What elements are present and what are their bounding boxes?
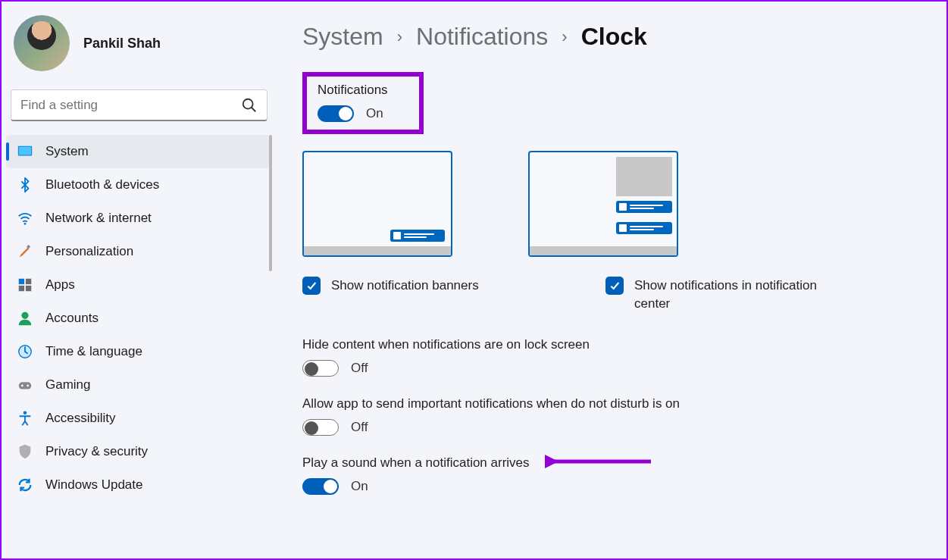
svg-rect-7 bbox=[26, 279, 31, 284]
svg-line-1 bbox=[252, 107, 256, 111]
notifications-master-state: On bbox=[366, 106, 383, 121]
sidebar-item-label: Accounts bbox=[45, 311, 99, 326]
search-icon bbox=[241, 97, 258, 114]
svg-point-4 bbox=[24, 223, 27, 225]
sidebar-item-accessibility[interactable]: Accessibility bbox=[6, 402, 269, 435]
svg-point-14 bbox=[27, 385, 29, 387]
svg-point-10 bbox=[21, 312, 28, 319]
svg-rect-6 bbox=[19, 279, 24, 284]
svg-point-0 bbox=[243, 99, 253, 108]
hide-lock-toggle[interactable] bbox=[302, 360, 339, 377]
sidebar-item-accounts[interactable]: Accounts bbox=[6, 302, 269, 335]
breadcrumb-notifications[interactable]: Notifications bbox=[416, 23, 548, 51]
dnd-important-label: Allow app to send important notification… bbox=[302, 396, 931, 411]
search-box[interactable] bbox=[11, 89, 268, 121]
sidebar-item-label: Windows Update bbox=[45, 477, 143, 493]
profile-name: Pankil Shah bbox=[83, 36, 161, 52]
chevron-right-icon: › bbox=[562, 27, 567, 47]
chevron-right-icon: › bbox=[397, 27, 402, 47]
preview-banner[interactable] bbox=[302, 151, 452, 257]
hide-lock-state: Off bbox=[351, 361, 368, 376]
sidebar-item-network[interactable]: Network & internet bbox=[6, 202, 269, 235]
apps-icon bbox=[17, 277, 33, 293]
show-banners-checkbox[interactable] bbox=[302, 277, 321, 295]
sidebar-item-label: Personalization bbox=[45, 244, 133, 259]
breadcrumb: System › Notifications › Clock bbox=[302, 23, 931, 51]
show-center-label: Show notifications in notification cente… bbox=[634, 277, 833, 313]
sidebar-item-label: Gaming bbox=[45, 377, 91, 393]
sidebar-item-apps[interactable]: Apps bbox=[6, 268, 269, 302]
sidebar-item-label: System bbox=[45, 144, 89, 159]
svg-rect-5 bbox=[27, 245, 30, 249]
show-banners-label: Show notification banners bbox=[331, 277, 479, 295]
sidebar-item-label: Time & language bbox=[45, 344, 142, 359]
notifications-master-toggle[interactable] bbox=[318, 105, 354, 122]
wifi-icon bbox=[17, 210, 33, 227]
avatar bbox=[14, 15, 70, 71]
gamepad-icon bbox=[17, 377, 33, 393]
breadcrumb-system[interactable]: System bbox=[302, 23, 383, 51]
svg-point-15 bbox=[23, 411, 27, 415]
sidebar-item-windows-update[interactable]: Windows Update bbox=[6, 468, 269, 502]
sidebar-item-gaming[interactable]: Gaming bbox=[6, 368, 269, 402]
preview-notification-center[interactable] bbox=[528, 151, 678, 257]
play-sound-toggle[interactable] bbox=[302, 478, 339, 495]
svg-point-13 bbox=[21, 385, 23, 387]
toast-icon bbox=[616, 222, 672, 234]
sidebar-item-bluetooth[interactable]: Bluetooth & devices bbox=[6, 168, 269, 202]
toast-icon bbox=[390, 230, 445, 242]
clock-globe-icon bbox=[17, 343, 33, 360]
nav-scrollbar-thumb[interactable] bbox=[269, 135, 272, 271]
annotation-highlight: Notifications On bbox=[302, 72, 424, 134]
toast-icon bbox=[616, 201, 672, 213]
bluetooth-icon bbox=[17, 177, 33, 193]
notifications-heading: Notifications bbox=[318, 83, 405, 98]
sidebar: Pankil Shah System Bluetooth & devices N… bbox=[2, 2, 277, 558]
search-input[interactable] bbox=[20, 98, 241, 113]
nav-list: System Bluetooth & devices Network & int… bbox=[6, 135, 272, 558]
accessibility-icon bbox=[17, 410, 33, 427]
sidebar-item-label: Accessibility bbox=[45, 411, 116, 426]
sidebar-item-label: Privacy & security bbox=[45, 444, 148, 459]
show-center-checkbox[interactable] bbox=[605, 277, 624, 295]
sidebar-item-label: Network & internet bbox=[45, 211, 152, 226]
update-icon bbox=[17, 477, 33, 493]
svg-rect-12 bbox=[19, 382, 32, 389]
display-icon bbox=[17, 143, 33, 160]
sidebar-item-time-language[interactable]: Time & language bbox=[6, 335, 269, 368]
brush-icon bbox=[17, 243, 33, 260]
svg-rect-8 bbox=[19, 286, 24, 291]
play-sound-label: Play a sound when a notification arrives bbox=[302, 455, 931, 471]
play-sound-state: On bbox=[351, 479, 368, 494]
dnd-important-toggle[interactable] bbox=[302, 419, 339, 436]
sidebar-item-system[interactable]: System bbox=[6, 135, 269, 168]
breadcrumb-current: Clock bbox=[581, 23, 647, 51]
sidebar-item-personalization[interactable]: Personalization bbox=[6, 235, 269, 268]
person-icon bbox=[17, 310, 33, 327]
sidebar-item-label: Bluetooth & devices bbox=[45, 177, 159, 192]
sidebar-item-privacy[interactable]: Privacy & security bbox=[6, 435, 269, 468]
nav-scrollbar[interactable] bbox=[269, 135, 272, 558]
svg-rect-3 bbox=[19, 147, 32, 155]
dnd-important-state: Off bbox=[351, 420, 368, 435]
svg-rect-9 bbox=[26, 286, 31, 291]
hide-lock-label: Hide content when notifications are on l… bbox=[302, 337, 931, 352]
shield-icon bbox=[17, 443, 33, 460]
main-content: System › Notifications › Clock Notificat… bbox=[277, 2, 946, 558]
profile-block[interactable]: Pankil Shah bbox=[6, 2, 272, 89]
sidebar-item-label: Apps bbox=[45, 277, 75, 293]
